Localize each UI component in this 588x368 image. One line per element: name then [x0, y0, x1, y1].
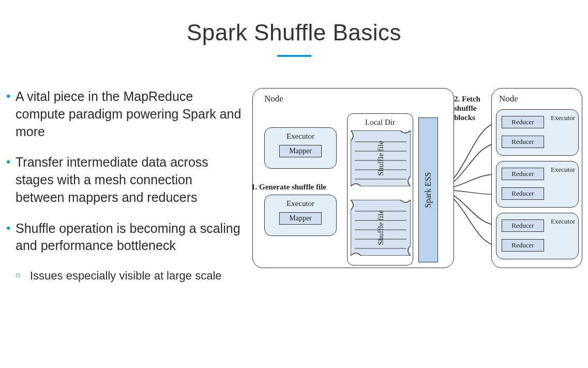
node-right-label: Node [499, 94, 518, 104]
reducer-box: Reducer [502, 136, 544, 148]
shuffle-file-1: Shuffle file [351, 130, 411, 186]
executor-label: Executor [551, 114, 575, 122]
bullet-1: A vital piece in the MapReduce compute p… [4, 88, 242, 140]
executor-label: Executor [551, 166, 575, 174]
reducer-box: Reducer [502, 168, 544, 180]
executor-label: Executor [265, 199, 336, 208]
reducer-box: Reducer [502, 219, 544, 232]
executor-reducer-3: Executor Reducer Reducer [496, 213, 579, 259]
executor-label: Executor [265, 132, 336, 141]
shuffle-file-label: Shuffle file [376, 210, 385, 245]
reducer-box: Reducer [502, 239, 544, 252]
bullet-3: Shuffle operation is becoming a scaling … [4, 220, 242, 255]
bullet-2: Transfer intermediate data across stages… [4, 154, 242, 206]
executor-mapper-2: Executor Mapper [264, 195, 337, 236]
executor-reducer-2: Executor Reducer Reducer [496, 161, 579, 208]
node-left-label: Node [264, 94, 283, 104]
mapper-box: Mapper [279, 145, 322, 157]
mapper-box: Mapper [279, 212, 322, 225]
executor-mapper-1: Executor Mapper [264, 127, 337, 169]
reducer-box: Reducer [502, 116, 544, 128]
spark-ess: Spark ESS [418, 117, 438, 262]
caption-generate: 1. Generate shuffle file [251, 182, 344, 192]
reducer-box: Reducer [502, 187, 544, 200]
sub-bullet-1: Issues especially visible at large scale [4, 268, 242, 284]
shuffle-file-label: Shuffle file [376, 141, 385, 176]
slide-title: Spark Shuffle Basics [0, 20, 588, 46]
node-right: Node Executor Reducer Reducer Executor R… [491, 88, 582, 268]
slide-content: A vital piece in the MapReduce compute p… [0, 88, 588, 284]
local-dir: Local Dir Shuffle file [347, 113, 413, 266]
spark-ess-label: Spark ESS [424, 172, 433, 208]
local-dir-label: Local Dir [348, 118, 413, 127]
node-left: Node Executor Mapper Executor Mapper Loc… [252, 88, 454, 268]
bullet-column: A vital piece in the MapReduce compute p… [0, 88, 248, 284]
executor-label: Executor [551, 217, 575, 226]
shuffle-file-2: Shuffle file [351, 200, 411, 256]
title-underline [277, 55, 311, 57]
architecture-diagram: Node Executor Mapper Executor Mapper Loc… [248, 88, 584, 274]
caption-fetch: 2. Fetch shuffle blocks [454, 94, 493, 122]
executor-reducer-1: Executor Reducer Reducer [496, 109, 579, 156]
